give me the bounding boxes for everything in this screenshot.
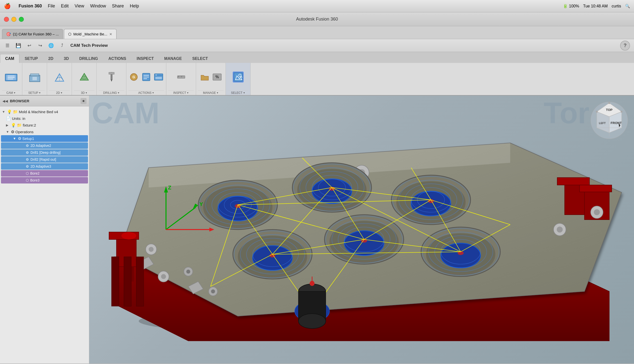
tab-bar: 🎯 (1) CAM for Fusion 360 – ... ⬡ Mold _M… — [0, 26, 634, 39]
svg-rect-22 — [155, 75, 157, 75]
help-menu[interactable]: Help — [130, 4, 139, 9]
svg-point-174 — [557, 226, 563, 232]
svg-rect-23 — [155, 77, 162, 79]
tree-fixture-arrow: ▶ — [6, 123, 10, 127]
tab-cam[interactable]: 🎯 (1) CAM for Fusion 360 – ... — [2, 29, 63, 39]
op-bore3[interactable]: ⬡ Bore3 — [1, 177, 88, 184]
3d-main-icon[interactable] — [77, 70, 92, 84]
menubar-right: 🔋 100% Tue 10:48 AM curtis 🔍 — [563, 4, 630, 8]
actions-group-label: ACTIONS ▼ — [128, 90, 164, 94]
svg-rect-57 — [557, 178, 589, 185]
maximize-button[interactable] — [19, 17, 24, 22]
op-drill2[interactable]: ⚙ Drill2 [Rapid out] — [1, 156, 88, 163]
share-menu[interactable]: Share — [112, 4, 124, 9]
view-menu[interactable]: View — [75, 4, 84, 9]
op-bore3-label: Bore3 — [30, 178, 40, 182]
ribbon-tab-setup[interactable]: SETUP — [19, 54, 43, 63]
close-button[interactable] — [4, 17, 9, 22]
window-menu[interactable]: Window — [90, 4, 106, 9]
tree-fixture-label: fixture:2 — [23, 123, 36, 127]
toolbar: ☰ 💾 ↩ ↪ 🌐 ⤴ CAM Tech Preview ? — [0, 39, 634, 52]
tree-units[interactable]: 📄 Units: in — [0, 115, 89, 122]
ribbon-tab-inspect[interactable]: INSPECT — [131, 54, 159, 63]
tab-mold-label: Mold _Machine Be... — [73, 32, 107, 36]
inspect-icons — [176, 64, 187, 90]
ribbon-tab-drilling[interactable]: DRILLING — [74, 54, 103, 63]
ribbon-group-3d: 3D ▼ — [72, 63, 97, 95]
tree-setup1-label: Setup1 — [22, 136, 34, 141]
tab-close-icon[interactable]: ✕ — [109, 32, 112, 36]
ribbon-tab-actions[interactable]: ACTIONS — [103, 54, 131, 63]
op-drill1[interactable]: ⚙ Drill1 [Deep drilling] — [1, 149, 88, 156]
tree-operations-label: Operations — [15, 130, 34, 134]
svg-text:%: % — [215, 75, 219, 79]
manage-folder-icon[interactable] — [199, 72, 210, 82]
actions-simulate-icon[interactable] — [153, 72, 164, 82]
3d-icons — [77, 64, 92, 90]
search-icon[interactable]: 🔍 — [625, 4, 630, 8]
manage-group-label: MANAGE ▼ — [198, 90, 224, 94]
tree-setup1[interactable]: ▼ ⚙ Setup1 — [1, 135, 88, 142]
actions-icons: G — [128, 64, 164, 90]
2d-group-label: 2D ▼ — [49, 90, 70, 94]
drilling-main-icon[interactable] — [104, 70, 119, 84]
setup-group-label: SETUP ▼ — [24, 90, 45, 94]
ribbon-group-select: SELECT ▼ — [226, 63, 251, 95]
cam-main-icon[interactable] — [4, 70, 19, 84]
ribbon-group-actions: G — [126, 63, 166, 95]
tree-root-label: Mold & Machine Bed v4 — [19, 110, 58, 114]
undo-button[interactable]: ↩ — [25, 41, 34, 50]
svg-rect-170 — [112, 257, 119, 306]
ops-icon: ⚙ — [11, 130, 14, 134]
menu-button[interactable]: ☰ — [3, 41, 12, 50]
ribbon: CAM SETUP 2D 3D DRILLING ACTIONS INSPECT… — [0, 52, 634, 96]
actions-icon1[interactable]: G — [128, 72, 139, 82]
ribbon-tab-3d[interactable]: 3D — [59, 54, 74, 63]
tree-root[interactable]: ▼ 💡 📁 Mold & Machine Bed v4 — [0, 108, 89, 115]
setup-main-icon[interactable] — [27, 70, 42, 84]
manage-percent-icon[interactable]: % — [212, 72, 223, 82]
tree-operations[interactable]: ▼ ⚙ Operations — [0, 128, 89, 135]
edit-menu[interactable]: Edit — [61, 4, 69, 9]
op-adapt3-label: 2D Adaptive3 — [31, 164, 51, 168]
cam-group-label: CAM ▼ — [2, 90, 20, 94]
2d-main-icon[interactable] — [52, 70, 67, 84]
svg-rect-172 — [136, 257, 144, 306]
minimize-button[interactable] — [12, 17, 16, 22]
inspect-ruler-icon[interactable] — [176, 72, 187, 82]
apple-menu[interactable]: 🍎 — [4, 3, 11, 10]
setup-icons — [27, 64, 42, 90]
drilling-icons — [104, 64, 119, 90]
op-bore2[interactable]: ⬡ Bore2 — [1, 170, 88, 176]
select-mode-icon[interactable] — [233, 72, 244, 82]
redo-button[interactable]: ↪ — [36, 41, 45, 50]
help-button[interactable]: ? — [620, 40, 630, 50]
browser-collapse-btn[interactable]: ● — [81, 98, 87, 104]
ribbon-tab-manage[interactable]: MANAGE — [159, 54, 187, 63]
fixture-folder-icon: 📁 — [17, 123, 22, 128]
actions-icon2[interactable] — [141, 72, 152, 82]
network-button[interactable]: 🌐 — [47, 41, 56, 50]
op-label: 2D Adaptive2 — [31, 144, 51, 148]
manage-icons: % — [199, 64, 223, 90]
tree-setup1-arrow: ▼ — [13, 137, 17, 140]
op-2d-adaptive3[interactable]: ⚙ 2D Adaptive3 — [1, 163, 88, 170]
ribbon-tab-cam[interactable]: CAM — [0, 54, 19, 63]
viewport[interactable]: TOP FRONT LEFT CAM To — [89, 96, 634, 364]
tree-fixture[interactable]: ▶ 💡 📁 fixture:2 — [0, 122, 89, 128]
share-button[interactable]: ⤴ — [58, 41, 66, 50]
ribbon-tab-bar: CAM SETUP 2D 3D DRILLING ACTIONS INSPECT… — [0, 52, 634, 63]
browser-back-btn[interactable]: ◀◀ — [3, 99, 8, 103]
ribbon-tab-2d[interactable]: 2D — [43, 54, 59, 63]
app-name-menu[interactable]: Fusion 360 — [19, 4, 42, 9]
drilling-group-label: DRILLING ▼ — [99, 90, 124, 94]
file-menu[interactable]: File — [48, 4, 55, 9]
svg-rect-171 — [124, 257, 131, 306]
op-2d-adaptive2[interactable]: ⚙ 2D Adaptive2 — [1, 142, 88, 149]
save-button[interactable]: 💾 — [14, 41, 23, 50]
ribbon-tab-select[interactable]: SELECT — [187, 54, 213, 63]
ribbon-content: CAM ▼ SETUP ▼ — [0, 63, 634, 95]
tab-mold[interactable]: ⬡ Mold _Machine Be... ✕ — [64, 29, 117, 39]
op-icon: ⚙ — [26, 144, 29, 148]
op-drill1-label: Drill1 [Deep drilling] — [31, 150, 61, 154]
